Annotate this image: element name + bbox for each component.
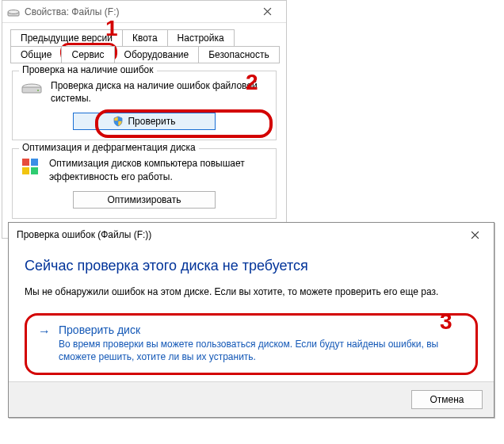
tab-general[interactable]: Общие [10, 46, 62, 63]
tab-security[interactable]: Безопасность [198, 46, 280, 63]
tab-label: Предыдущие версии [21, 33, 113, 44]
drive-icon [21, 79, 43, 99]
group-error-check: Проверка на наличие ошибок Проверка диск… [12, 71, 277, 140]
link-title: Проверить диск [59, 323, 464, 336]
tabs-row-upper: Предыдущие версии Квота Настройка [2, 29, 286, 46]
dialog-body: Сейчас проверка этого диска не требуется… [9, 247, 494, 381]
check-button[interactable]: Проверить [73, 113, 216, 130]
button-label: Оптимизировать [108, 194, 181, 205]
tabs-row-lower: Общие Сервис Оборудование Безопасность [2, 46, 286, 63]
group-defrag: Оптимизация и дефрагментация диска Оптим… [12, 148, 277, 218]
properties-window: Свойства: Файлы (F:) Предыдущие версии К… [2, 0, 287, 239]
svg-rect-8 [31, 167, 38, 174]
link-subtitle: Во время проверки вы можете пользоваться… [59, 338, 464, 363]
cancel-button[interactable]: Отмена [411, 390, 483, 409]
svg-rect-7 [22, 167, 29, 174]
group-legend: Проверка на наличие ошибок [19, 64, 157, 75]
optimize-button[interactable]: Оптимизировать [73, 191, 216, 209]
shield-icon [113, 116, 124, 127]
tab-hardware[interactable]: Оборудование [114, 46, 200, 63]
dialog-title: Проверка ошибок (Файлы (F:)) [17, 229, 151, 240]
tab-prev-versions[interactable]: Предыдущие версии [10, 29, 123, 46]
svg-point-1 [8, 10, 19, 13]
svg-rect-5 [22, 159, 29, 166]
titlebar[interactable]: Свойства: Файлы (F:) [2, 1, 286, 23]
tab-customize[interactable]: Настройка [167, 29, 235, 46]
tab-label: Сервис [71, 49, 104, 60]
dialog-text: Мы не обнаружили ошибок на этом диске. Е… [25, 285, 478, 299]
tab-content: Проверка на наличие ошибок Проверка диск… [2, 64, 286, 238]
error-check-dialog: Проверка ошибок (Файлы (F:)) Сейчас пров… [8, 222, 494, 418]
button-label: Проверить [128, 116, 175, 127]
svg-rect-6 [31, 159, 38, 166]
drive-icon [7, 6, 20, 18]
tab-label: Общие [21, 49, 52, 60]
arrow-right-icon: → [38, 325, 51, 363]
dialog-heading: Сейчас проверка этого диска не требуется [25, 258, 478, 274]
button-label: Отмена [430, 394, 464, 405]
tab-label: Безопасность [208, 49, 269, 60]
tab-label: Квота [132, 33, 158, 44]
tab-quota[interactable]: Квота [122, 29, 168, 46]
tab-label: Оборудование [124, 49, 189, 60]
dialog-titlebar[interactable]: Проверка ошибок (Файлы (F:)) [9, 223, 494, 247]
link-body: Проверить диск Во время проверки вы може… [59, 323, 464, 363]
defrag-desc: Оптимизация дисков компьютера повышает э… [49, 157, 268, 182]
close-button[interactable] [251, 2, 283, 21]
tab-tools[interactable]: Сервис [61, 46, 114, 63]
close-button[interactable] [459, 224, 491, 245]
dialog-footer: Отмена [9, 381, 494, 417]
defrag-icon [21, 157, 41, 178]
scan-drive-link[interactable]: → Проверить диск Во время проверки вы мо… [25, 313, 478, 375]
tab-label: Настройка [178, 33, 224, 44]
svg-point-4 [37, 90, 39, 91]
window-title: Свойства: Файлы (F:) [25, 6, 119, 17]
check-desc: Проверка диска на наличие ошибок файлово… [51, 79, 268, 105]
group-legend: Оптимизация и дефрагментация диска [19, 142, 199, 153]
